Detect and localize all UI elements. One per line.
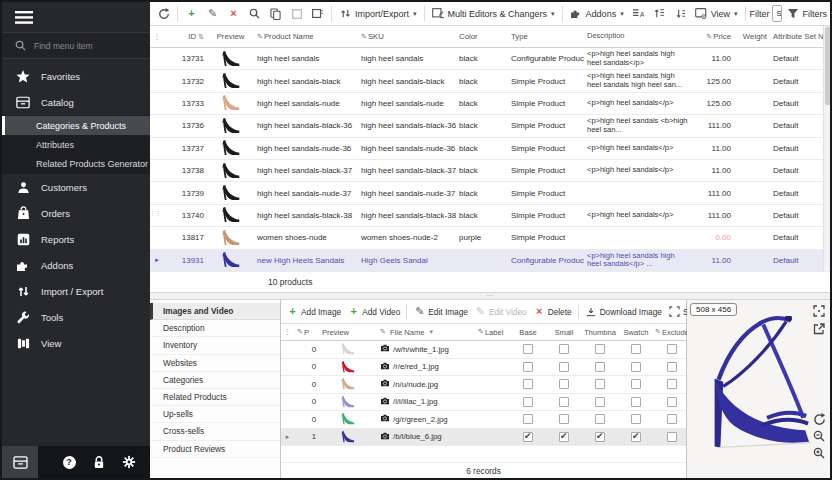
scrollbar-thumb[interactable]: [825, 27, 830, 105]
small-checkbox[interactable]: [559, 397, 569, 407]
product-row-13931[interactable]: ▸13931new High Heels SandalsHigh Geels S…: [150, 250, 830, 272]
column-header-swatch[interactable]: Swatch: [618, 328, 654, 337]
duplicate-with-options-button[interactable]: [308, 5, 327, 22]
small-checkbox[interactable]: [559, 362, 569, 372]
small-checkbox[interactable]: [559, 414, 569, 424]
image-row-1[interactable]: 0/w/h/white_1.jpg: [281, 341, 686, 359]
sidebar-item-import-export[interactable]: Import / Export: [2, 278, 150, 304]
column-header-preview[interactable]: Preview: [319, 328, 377, 337]
column-header-file-name[interactable]: ✎File Name▾: [377, 328, 475, 337]
search-products-button[interactable]: [245, 5, 264, 22]
product-row-13739[interactable]: 13739high heel sandals-nude-37high heel …: [150, 182, 830, 204]
column-header-type[interactable]: Type: [508, 32, 584, 41]
rotate-image-button[interactable]: [812, 412, 826, 426]
base-checkbox[interactable]: [523, 414, 533, 424]
small-checkbox[interactable]: [559, 432, 569, 442]
sidebar-item-view[interactable]: View: [2, 330, 150, 356]
tab-images-and-video[interactable]: Images and Video: [150, 303, 280, 320]
column-header-small[interactable]: Small: [546, 328, 582, 337]
sidebar-item-attributes[interactable]: Attributes: [2, 135, 150, 154]
sidebar-item-addons[interactable]: Addons: [2, 252, 150, 278]
column-header-product-name[interactable]: ✎Product Name: [254, 32, 358, 41]
panel-splitter-handle[interactable]: ⋮⋮: [149, 212, 154, 215]
checkbox-select-button[interactable]: [287, 5, 306, 22]
zoom-out-button[interactable]: [812, 429, 826, 443]
exclude-checkbox[interactable]: [667, 379, 677, 389]
help-button[interactable]: ?: [54, 446, 84, 478]
tab-cross-sells[interactable]: Cross-sells: [150, 423, 280, 440]
column-header-color[interactable]: Color: [456, 32, 508, 41]
thumbnail-checkbox[interactable]: [595, 379, 605, 389]
swatch-checkbox[interactable]: [631, 432, 641, 442]
sidebar-item-customers[interactable]: Customers: [2, 174, 150, 200]
product-row-13731[interactable]: 13731high heel sandalshigh heel sandalsb…: [150, 48, 830, 70]
tab-up-sells[interactable]: Up-sells: [150, 406, 280, 423]
thumbnail-checkbox[interactable]: [595, 344, 605, 354]
base-checkbox[interactable]: [523, 362, 533, 372]
column-header-id[interactable]: ID⇅: [164, 32, 207, 41]
thumbnail-checkbox[interactable]: [595, 397, 605, 407]
edit-product-button[interactable]: ✎: [203, 5, 222, 22]
settings-button[interactable]: [114, 446, 144, 478]
small-checkbox[interactable]: [559, 379, 569, 389]
addons-menu[interactable]: Addons▾: [567, 5, 627, 22]
sidebar-item-reports[interactable]: Reports: [2, 226, 150, 252]
edit-image-button[interactable]: ✎Edit Image: [411, 303, 470, 320]
edit-video-button[interactable]: ✎Edit Video: [472, 303, 529, 320]
small-checkbox[interactable]: [559, 344, 569, 354]
row-numbering-button[interactable]: [671, 5, 690, 22]
tab-product-reviews[interactable]: Product Reviews: [150, 441, 280, 458]
vertical-scrollbar[interactable]: [823, 26, 830, 271]
horizontal-splitter[interactable]: ⋯: [150, 293, 830, 300]
multi-editors-menu[interactable]: Multi Editors & Changers▾: [429, 5, 558, 22]
exclude-checkbox[interactable]: [667, 397, 677, 407]
exclude-checkbox[interactable]: [667, 414, 677, 424]
lock-button[interactable]: [84, 446, 114, 478]
product-row-13737[interactable]: 13737high heel sandals-nude-36high heel …: [150, 138, 830, 160]
exclude-checkbox[interactable]: [667, 432, 677, 442]
thumbnail-checkbox[interactable]: [595, 362, 605, 372]
sidebar-item-favorites[interactable]: Favorites: [2, 63, 150, 89]
product-row-13733[interactable]: 13733high heel sandals-nudehigh heel san…: [150, 93, 830, 115]
product-row-13732[interactable]: 13732high heel sandals-blackhigh heel sa…: [150, 70, 830, 92]
column-header-p[interactable]: ✎P: [294, 328, 319, 337]
sidebar-item-orders[interactable]: Orders: [2, 200, 150, 226]
fullscreen-button[interactable]: [812, 304, 826, 318]
column-header-description[interactable]: Description: [584, 32, 692, 41]
swatch-checkbox[interactable]: [631, 397, 641, 407]
tab-inventory[interactable]: Inventory: [150, 337, 280, 354]
column-header-sku[interactable]: ✎SKU: [358, 32, 456, 41]
column-header-base[interactable]: Base: [510, 328, 546, 337]
swatch-checkbox[interactable]: [631, 362, 641, 372]
product-row-13738[interactable]: 13738high heel sandals-black-37high heel…: [150, 160, 830, 182]
swatch-checkbox[interactable]: [631, 379, 641, 389]
product-row-13817[interactable]: 13817women shoes-nudewomen shoes-nude-2p…: [150, 227, 830, 249]
add-product-button[interactable]: +: [182, 5, 201, 22]
product-row-13736[interactable]: 13736high heel sandals-black-36high heel…: [150, 115, 830, 137]
base-checkbox[interactable]: [523, 344, 533, 354]
delete-image-button[interactable]: ×Delete: [531, 303, 574, 320]
sidebar-item-categories-products[interactable]: Categories & Products: [2, 116, 150, 135]
swatch-checkbox[interactable]: [631, 414, 641, 424]
delete-product-button[interactable]: ×: [224, 5, 243, 22]
image-row-5[interactable]: 0/g/r/green_2.jpg: [281, 411, 686, 429]
thumbnail-checkbox[interactable]: [595, 414, 605, 424]
open-in-new-window-button[interactable]: [812, 322, 826, 336]
exclude-checkbox[interactable]: [667, 362, 677, 372]
download-image-button[interactable]: Download Image: [583, 303, 664, 320]
column-header-attribute-set-name[interactable]: Attribute Set Name: [770, 32, 828, 41]
tab-websites[interactable]: Websites: [150, 355, 280, 372]
refresh-button[interactable]: [154, 5, 173, 22]
menu-search-input[interactable]: [34, 41, 134, 51]
tab-description[interactable]: Description: [150, 320, 280, 337]
base-checkbox[interactable]: [523, 379, 533, 389]
column-header-thumbna[interactable]: Thumbna: [582, 328, 618, 337]
category-filter-select[interactable]: Show products from selected categories▾: [772, 5, 782, 22]
column-header-exclude[interactable]: ✎Exclude: [654, 328, 690, 337]
base-checkbox[interactable]: [523, 432, 533, 442]
sidebar-item-tools[interactable]: Tools: [2, 304, 150, 330]
expand-rows-button[interactable]: [650, 5, 669, 22]
image-row-2[interactable]: 0/r/e/red_1.jpg: [281, 359, 686, 377]
import-export-menu[interactable]: Import/Export▾: [336, 5, 420, 22]
exclude-checkbox[interactable]: [667, 344, 677, 354]
